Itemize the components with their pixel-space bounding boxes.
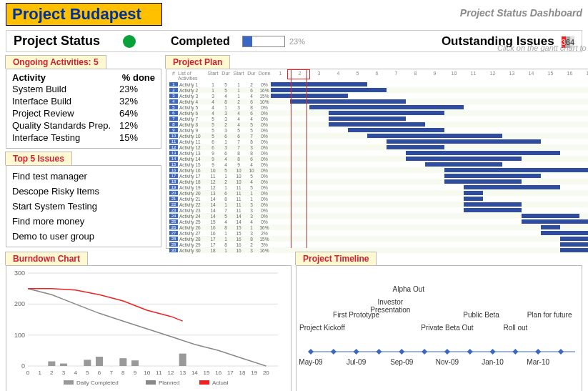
svg-text:16: 16 xyxy=(215,370,221,376)
gantt-row[interactable]: 8Activity 852450% xyxy=(169,122,588,127)
svg-marker-53 xyxy=(535,349,541,355)
svg-text:Sep-09: Sep-09 xyxy=(390,358,414,366)
svg-rect-36 xyxy=(64,380,74,385)
svg-text:18: 18 xyxy=(239,370,246,376)
gantt-row[interactable]: 12Activity 1263730% xyxy=(169,144,588,150)
status-label: Project Status xyxy=(14,34,100,49)
svg-text:200: 200 xyxy=(14,300,25,307)
gantt-row[interactable]: 16Activity 1610510100% xyxy=(169,167,588,173)
svg-text:Private Beta Out: Private Beta Out xyxy=(421,324,474,332)
svg-rect-35 xyxy=(179,354,186,366)
gantt-row[interactable]: 10Activity 1056670% xyxy=(169,133,588,139)
svg-marker-45 xyxy=(354,349,359,355)
gantt-row[interactable]: 24Activity 241451430% xyxy=(169,213,588,219)
plan-hint: Click on the gantt chart to see it in de… xyxy=(497,44,588,52)
page-subtitle: Project Status Dashboard xyxy=(460,3,582,19)
svg-text:100: 100 xyxy=(14,332,25,339)
gantt-row[interactable]: 29Activity 291781623% xyxy=(169,242,588,247)
ongoing-row: Quality Standards Prep.12% xyxy=(12,119,155,132)
gantt-row[interactable]: 3Activity 3341415% xyxy=(169,93,588,99)
gantt-row[interactable]: 22Activity 221411130% xyxy=(169,202,588,207)
gantt-row[interactable]: 11Activity 1161780% xyxy=(169,139,588,144)
status-dot-icon xyxy=(123,35,136,48)
svg-rect-32 xyxy=(96,357,103,366)
svg-marker-52 xyxy=(512,349,518,355)
gantt-row[interactable]: 18Activity 181221040% xyxy=(169,179,588,184)
gantt-row[interactable]: 23Activity 231471130% xyxy=(169,207,588,213)
timeline-chart[interactable]: May-09Jul-09Sep-09Nov-09Jan-10Mar-10Proj… xyxy=(296,265,582,391)
svg-marker-48 xyxy=(422,349,427,355)
ongoing-hdr-done: % done xyxy=(112,72,155,83)
svg-text:4: 4 xyxy=(74,370,77,376)
completed-progress xyxy=(242,36,285,47)
svg-marker-51 xyxy=(490,349,496,355)
gantt-row[interactable]: 25Activity 251541440% xyxy=(169,219,588,224)
svg-text:0: 0 xyxy=(26,370,30,376)
svg-rect-38 xyxy=(146,380,156,385)
svg-text:11: 11 xyxy=(156,370,162,376)
gantt-row[interactable]: 4Activity 4482610% xyxy=(169,99,588,104)
svg-text:Public Beta: Public Beta xyxy=(463,311,499,319)
gantt-row[interactable]: 7Activity 753440% xyxy=(169,116,588,122)
svg-text:Actual: Actual xyxy=(212,380,228,386)
ongoing-row: Interface Testing15% xyxy=(12,132,155,144)
completed-label: Completed xyxy=(171,35,242,48)
gantt-row[interactable]: 6Activity 643460% xyxy=(169,110,588,116)
ongoing-row: Interface Build32% xyxy=(12,95,155,107)
gantt-row[interactable]: 5Activity 541380% xyxy=(169,104,588,110)
burndown-tab: Burndown Chart xyxy=(5,252,88,265)
gantt-row[interactable]: 9Activity 953550% xyxy=(169,127,588,133)
svg-text:9: 9 xyxy=(134,370,137,376)
project-title: Project Budapest xyxy=(6,3,162,26)
svg-text:Jan-10: Jan-10 xyxy=(482,358,504,366)
ongoing-tab: Ongoing Activities: 5 xyxy=(5,55,106,69)
issues-tab: Top 5 Issues xyxy=(5,152,72,165)
svg-marker-46 xyxy=(376,349,382,355)
gantt-row[interactable]: 27Activity 271611532% xyxy=(169,230,588,236)
svg-text:20: 20 xyxy=(263,370,269,376)
issue-item: Descope Risky Items xyxy=(12,184,155,199)
gantt-row[interactable]: 1Activity 115120% xyxy=(169,81,588,87)
gantt-row[interactable]: 19Activity 191211150% xyxy=(169,184,588,190)
svg-marker-47 xyxy=(399,349,404,355)
svg-text:14: 14 xyxy=(191,370,198,376)
svg-text:10: 10 xyxy=(144,370,150,376)
svg-text:5: 5 xyxy=(86,370,89,376)
burndown-chart[interactable]: 0100200300012345678910111213141516171819… xyxy=(6,265,291,391)
svg-marker-50 xyxy=(467,349,473,355)
status-bar: Project Status Completed 23% Outstanding… xyxy=(6,30,582,52)
issue-item: Start System Testing xyxy=(12,199,155,214)
gantt-row[interactable]: 2Activity 2151616% xyxy=(169,87,588,93)
gantt-row[interactable]: 20Activity 201361110% xyxy=(169,190,588,196)
svg-marker-54 xyxy=(558,349,564,355)
svg-marker-44 xyxy=(331,349,337,355)
timeline-tab: Project Timeline xyxy=(295,252,377,265)
gantt-row[interactable]: 13Activity 1396880% xyxy=(169,150,588,156)
svg-rect-31 xyxy=(84,360,91,366)
svg-marker-49 xyxy=(444,349,450,355)
gantt-row[interactable]: 21Activity 211481110% xyxy=(169,196,588,202)
gantt-row[interactable]: 26Activity 2616815136% xyxy=(169,224,588,230)
svg-text:0: 0 xyxy=(21,362,25,370)
svg-text:Planned: Planned xyxy=(159,380,179,386)
svg-text:13: 13 xyxy=(179,370,186,376)
svg-text:12: 12 xyxy=(168,370,174,376)
svg-text:Mar-10: Mar-10 xyxy=(527,358,549,366)
svg-text:Alpha Out: Alpha Out xyxy=(393,285,425,293)
gantt-row[interactable]: 28Activity 2817116815% xyxy=(169,236,588,242)
gantt-row[interactable]: 15Activity 1594940% xyxy=(169,162,588,167)
svg-text:3: 3 xyxy=(62,370,66,376)
issue-item: Demo to user group xyxy=(12,229,155,244)
svg-text:8: 8 xyxy=(121,370,125,376)
plan-tab: Project Plan xyxy=(165,55,230,69)
gantt-row[interactable]: 17Activity 171111050% xyxy=(169,173,588,179)
svg-text:1: 1 xyxy=(38,370,41,376)
svg-marker-43 xyxy=(308,349,314,355)
svg-rect-29 xyxy=(48,362,55,367)
gantt-row[interactable]: 14Activity 1494860% xyxy=(169,156,588,162)
ongoing-hdr-activity: Activity xyxy=(12,72,112,83)
issue-item: Find test manager xyxy=(12,169,155,184)
svg-text:Investor: Investor xyxy=(378,298,404,306)
issue-item: Find more money xyxy=(12,214,155,229)
gantt-chart[interactable]: #List of ActivitiesStartDurStartDurDone1… xyxy=(166,69,588,249)
